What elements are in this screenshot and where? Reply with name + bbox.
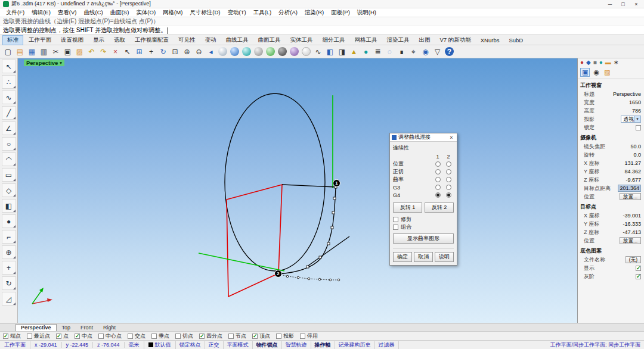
continuity-radio-1[interactable] <box>435 177 441 182</box>
control-point[interactable] <box>286 275 289 278</box>
line-tool-icon[interactable]: ╱ <box>2 106 16 120</box>
layer-button[interactable]: 默认值 <box>144 341 176 349</box>
toolbar-tab[interactable]: 设置视图 <box>57 36 88 45</box>
control-point[interactable] <box>306 266 309 268</box>
target-distance-value[interactable]: 201.364 <box>618 185 641 192</box>
wireframe-view-icon[interactable] <box>217 46 228 57</box>
menu-item[interactable]: 网格(M) <box>159 9 186 17</box>
filter-icon[interactable]: ▽ <box>432 46 443 57</box>
control-point[interactable] <box>319 256 321 258</box>
control-point[interactable] <box>329 279 332 281</box>
osnap-target-icon[interactable]: ⌖ <box>408 46 419 57</box>
redo-icon[interactable]: ↷ <box>98 46 109 57</box>
menu-item[interactable]: 说明(H) <box>354 9 380 17</box>
grayscale-checkbox[interactable] <box>636 274 641 279</box>
pan-icon[interactable]: + <box>145 46 157 57</box>
menu-item[interactable]: 渲染(R) <box>301 9 327 17</box>
sphere-tool-icon[interactable]: ● <box>2 214 16 228</box>
properties-panel-icon[interactable]: ● <box>580 60 584 66</box>
technical-view-icon[interactable] <box>277 46 288 57</box>
arc-tool-icon[interactable]: ◠ <box>2 152 16 166</box>
rotate-view-icon[interactable]: ↻ <box>157 46 169 57</box>
blend-endpoint-marker-1[interactable]: 1 <box>333 179 340 187</box>
viewport-tab[interactable]: Perspective <box>16 324 57 331</box>
dialog-close-icon[interactable]: × <box>448 135 455 141</box>
projection-dropdown[interactable]: 透视 ▼ <box>621 116 641 123</box>
viewport-tab[interactable]: Top <box>57 325 76 331</box>
toolbar-tab[interactable]: 实体工具 <box>286 36 317 45</box>
perspective-viewport[interactable]: Perspective ▾ 1 2 调整曲线混接 × 连续性 1 2 <box>18 58 577 323</box>
polygon-tool-icon[interactable]: ◇ <box>2 183 16 197</box>
continuity-radio-2[interactable] <box>446 185 451 190</box>
menu-item[interactable]: 实体(O) <box>132 9 159 17</box>
menu-item[interactable]: 尺寸标注(D) <box>186 9 224 17</box>
minimize-button[interactable]: ─ <box>603 1 617 7</box>
status-toggle[interactable]: 记录建构历史 <box>335 341 375 349</box>
control-point[interactable] <box>318 278 321 281</box>
osnap-toggle[interactable]: 节点 <box>228 332 246 340</box>
ghosted-view-icon[interactable] <box>253 46 264 57</box>
lens-value[interactable]: 50.0 <box>630 144 641 149</box>
show-curvature-button[interactable]: 显示曲率图形 <box>393 233 454 244</box>
continuity-radio-2[interactable] <box>446 161 451 167</box>
osnap-toggle[interactable]: 中心点 <box>98 332 122 340</box>
zoom-extents-icon[interactable]: ⊞ <box>134 46 145 57</box>
rectangle-tool-icon[interactable]: ▭ <box>2 168 16 182</box>
cplane-button[interactable]: 工作平面 <box>0 341 30 349</box>
menu-item[interactable]: 变动(T) <box>224 9 250 17</box>
control-point[interactable] <box>338 279 340 281</box>
osnap-toggle[interactable]: 交点 <box>128 332 145 340</box>
new-file-icon[interactable]: ▢ <box>2 46 14 57</box>
toolbar-tab[interactable]: 细分工具 <box>318 36 349 45</box>
target-z-value[interactable]: -47.413 <box>623 229 641 235</box>
camera-x-value[interactable]: 131.27 <box>624 160 641 166</box>
viewport-canvas[interactable] <box>18 58 577 323</box>
previous-view-icon[interactable]: ◂ <box>205 46 216 57</box>
camera-place-button[interactable]: 放置... <box>620 193 641 200</box>
cancel-button[interactable]: 取消 <box>414 252 433 262</box>
fillet-tool-icon[interactable]: ⌐ <box>2 230 16 244</box>
polyline-tool-icon[interactable]: ∠ <box>2 121 16 135</box>
control-point[interactable] <box>308 278 310 280</box>
osnap-toggle[interactable]: 中点 <box>75 332 92 340</box>
control-point[interactable] <box>332 211 335 214</box>
rendered-view-icon[interactable] <box>241 46 252 57</box>
ok-button[interactable]: 确定 <box>393 252 412 262</box>
toolbar-tab[interactable]: 出图 <box>415 36 435 45</box>
select-icon[interactable]: ↖ <box>122 46 133 57</box>
ellipse-curve[interactable] <box>225 94 325 271</box>
pen-view-icon[interactable] <box>301 46 312 57</box>
osnap-toggle[interactable]: 停用 <box>300 332 318 340</box>
trim-checkbox[interactable] <box>393 217 398 222</box>
control-point[interactable] <box>333 197 336 200</box>
osnap-toggle[interactable]: 最近点 <box>27 332 50 340</box>
surface-tools-icon[interactable]: ◧ <box>324 46 336 57</box>
toolbar-tab[interactable]: 工作视窗配置 <box>131 36 173 45</box>
target-y-value[interactable]: -16.333 <box>623 221 641 227</box>
status-toggle[interactable]: 操作轴 <box>311 341 335 349</box>
continuity-radio-2[interactable] <box>446 169 451 174</box>
red-rectangle[interactable] <box>227 185 282 297</box>
control-point[interactable] <box>331 226 333 229</box>
osnap-toggle[interactable]: 点 <box>56 332 69 340</box>
circle-tool-icon[interactable]: ○ <box>2 137 16 151</box>
solid-tools-icon[interactable]: ◨ <box>336 46 348 57</box>
osnap-toggle[interactable]: 四分点 <box>199 332 222 340</box>
camera-props-icon[interactable]: ◉ <box>592 68 600 76</box>
control-point[interactable] <box>327 242 330 245</box>
camera-y-value[interactable]: 84.362 <box>624 169 641 174</box>
toolbar-tab[interactable]: SubD <box>504 36 527 44</box>
toolbar-tab[interactable]: 网格工具 <box>351 36 382 45</box>
continuity-radio-2[interactable] <box>446 177 451 182</box>
join-checkbox[interactable] <box>393 225 398 230</box>
green-ground-line[interactable] <box>199 253 284 271</box>
shaded-view-icon[interactable] <box>229 46 240 57</box>
delete-icon[interactable]: × <box>110 46 121 57</box>
lock-object-icon[interactable]: ∎ <box>396 46 407 57</box>
continuity-radio-1[interactable] <box>435 192 441 198</box>
continuity-radio-1[interactable] <box>435 185 441 190</box>
menu-item[interactable]: 分析(A) <box>275 9 301 17</box>
zoom-window-icon[interactable]: ⊡ <box>169 46 181 57</box>
help-button[interactable]: 说明 <box>435 252 454 262</box>
menu-item[interactable]: 查看(V) <box>54 9 80 17</box>
